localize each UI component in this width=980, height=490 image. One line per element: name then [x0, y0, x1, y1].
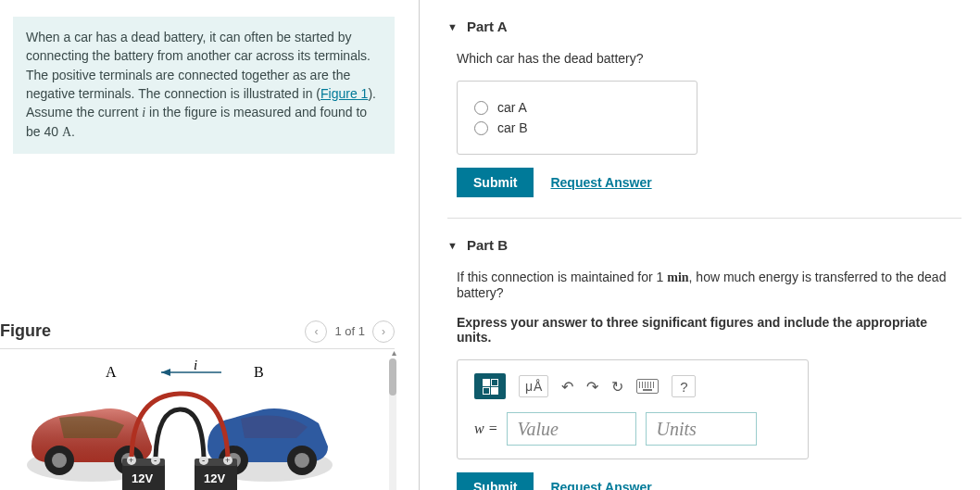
redo-icon[interactable]: ↷	[586, 378, 598, 396]
radio-icon[interactable]	[474, 121, 488, 135]
svg-text:+: +	[225, 456, 230, 465]
label-car-b: B	[254, 364, 264, 380]
figure-counter: 1 of 1	[334, 324, 365, 338]
part-a-header[interactable]: ▼ Part A	[447, 19, 961, 34]
problem-text-1: When a car has a dead battery, it can of…	[26, 30, 371, 101]
option-car-b[interactable]: car B	[474, 120, 680, 135]
battery-a-voltage: 12V	[132, 471, 153, 485]
units-input[interactable]: Units	[646, 412, 757, 446]
answer-widget: μÅ ↶ ↷ ↻ ? w = Value Units	[457, 359, 809, 459]
left-pane: When a car has a dead battery, it can of…	[0, 0, 408, 490]
part-a-options: car A car B	[457, 81, 697, 155]
part-b-request-answer-link[interactable]: Request Answer	[550, 480, 651, 490]
part-b-submit-button[interactable]: Submit	[457, 472, 534, 490]
value-input[interactable]: Value	[507, 412, 636, 446]
figure-heading: Figure	[0, 321, 51, 341]
label-car-a: A	[106, 364, 117, 380]
section-divider	[447, 218, 961, 219]
part-a-section: ▼ Part A Which car has the dead battery?…	[447, 19, 961, 197]
scroll-up-arrow[interactable]: ▴	[392, 347, 396, 358]
equation-lhs: w =	[474, 421, 497, 437]
caret-down-icon: ▼	[447, 21, 458, 32]
current-arrow-head	[161, 369, 170, 376]
keyboard-icon[interactable]	[636, 379, 659, 394]
option-car-b-label: car B	[497, 120, 528, 135]
figure-prev-button[interactable]: ‹	[305, 320, 327, 343]
caret-down-icon: ▼	[447, 240, 458, 251]
svg-point-9	[295, 453, 309, 468]
problem-statement: When a car has a dead battery, it can of…	[13, 17, 395, 154]
battery-a: + - 12V	[122, 455, 165, 490]
figure-pager: ‹ 1 of 1 ›	[305, 320, 395, 343]
battery-b: - + 12V	[195, 455, 237, 490]
option-car-a[interactable]: car A	[474, 100, 680, 115]
right-pane: ▼ Part A Which car has the dead battery?…	[419, 0, 980, 490]
part-b-question: If this connection is maintained for 1 m…	[457, 270, 961, 300]
part-b-instruction: Express your answer to three significant…	[457, 315, 961, 345]
figure-illustration: A B i	[13, 358, 346, 490]
part-b-title: Part B	[467, 237, 508, 253]
figure-link[interactable]: Figure 1	[320, 86, 368, 101]
radio-icon[interactable]	[474, 101, 488, 115]
figure-area: ▴ A B i	[13, 358, 395, 490]
answer-toolbar: μÅ ↶ ↷ ↻ ?	[474, 373, 791, 399]
jumper-cable-negative	[156, 409, 204, 457]
special-chars-button[interactable]: μÅ	[519, 375, 548, 397]
svg-text:+: +	[129, 456, 133, 465]
option-car-a-label: car A	[497, 100, 527, 115]
part-b-section: ▼ Part B If this connection is maintaine…	[447, 237, 961, 490]
templates-button[interactable]	[474, 373, 506, 399]
figure-next-button[interactable]: ›	[372, 320, 395, 343]
current-unit: A	[62, 125, 71, 139]
part-a-title: Part A	[467, 19, 508, 34]
part-b-header[interactable]: ▼ Part B	[447, 237, 961, 253]
part-a-request-answer-link[interactable]: Request Answer	[550, 175, 651, 190]
part-a-submit-button[interactable]: Submit	[457, 168, 534, 197]
svg-point-2	[52, 453, 67, 468]
undo-icon[interactable]: ↶	[561, 378, 573, 396]
current-label: i	[194, 358, 197, 372]
help-button[interactable]: ?	[672, 375, 696, 397]
figure-scrollbar-thumb[interactable]	[389, 358, 396, 396]
battery-b-voltage: 12V	[204, 471, 225, 485]
problem-period: .	[71, 124, 75, 139]
part-a-question: Which car has the dead battery?	[457, 51, 961, 66]
reset-icon[interactable]: ↻	[611, 378, 623, 396]
